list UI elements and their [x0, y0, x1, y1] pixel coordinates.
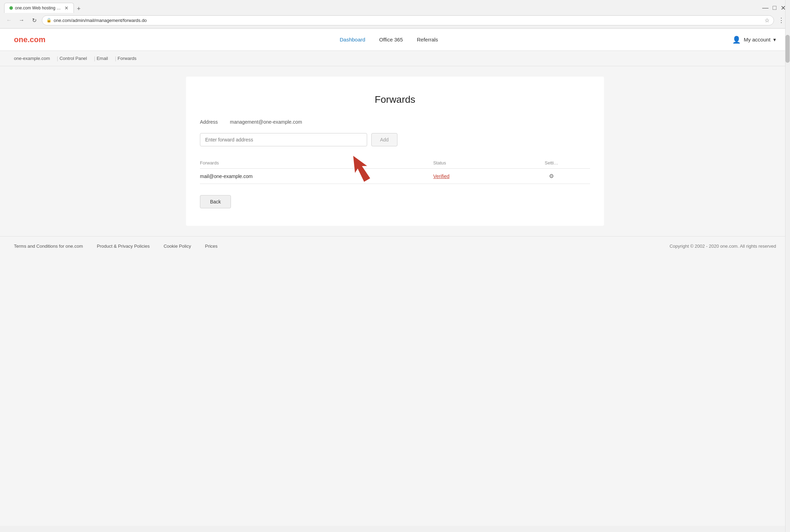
- maximize-button[interactable]: □: [773, 4, 776, 11]
- footer-prices[interactable]: Prices: [205, 244, 217, 249]
- forward-nav-button[interactable]: →: [17, 15, 26, 25]
- browser-tab-active[interactable]: one.com Web hosting - Domain ✕: [4, 3, 74, 13]
- forward-address-input[interactable]: [200, 133, 367, 146]
- address-value: management@one-example.com: [230, 119, 302, 125]
- logo-dot: .: [28, 35, 30, 44]
- col-header-forwards: Forwards: [200, 157, 433, 169]
- browser-tabs: one.com Web hosting - Domain ✕ +: [4, 3, 83, 13]
- site-nav: Dashboard Office 365 Referrals: [340, 37, 438, 43]
- breadcrumb-item-control-panel[interactable]: Control Panel: [60, 54, 93, 62]
- tab-favicon: [9, 6, 13, 10]
- new-tab-button[interactable]: +: [75, 5, 83, 13]
- table-row: mail@one-example.com Verified ⚙: [200, 169, 590, 184]
- page: one.com Dashboard Office 365 Referrals 👤…: [0, 29, 790, 526]
- forwards-table: Forwards Status Setti… mail@one-example.…: [200, 157, 590, 184]
- table-header-row: Forwards Status Setti…: [200, 157, 590, 169]
- breadcrumb: one-example.com | Control Panel | Email …: [0, 51, 790, 66]
- add-button[interactable]: Add: [371, 133, 397, 146]
- col-header-settings: Setti…: [517, 157, 590, 169]
- scrollbar[interactable]: [785, 0, 790, 526]
- browser-addressbar: ← → ↻ 🔒 one.com/admin/mail/management/fo…: [0, 13, 790, 28]
- row-forward-address: mail@one-example.com: [200, 169, 433, 184]
- minimize-button[interactable]: —: [762, 4, 768, 11]
- account-menu[interactable]: 👤 My account ▾: [732, 36, 776, 44]
- bookmark-icon[interactable]: ☆: [765, 17, 769, 24]
- browser-menu-button[interactable]: ⋮: [777, 15, 786, 25]
- breadcrumb-item-domain[interactable]: one-example.com: [14, 54, 55, 62]
- nav-dashboard[interactable]: Dashboard: [340, 37, 365, 43]
- site-footer: Terms and Conditions for one.com Product…: [0, 236, 790, 256]
- account-chevron-icon: ▾: [773, 37, 776, 43]
- back-button[interactable]: Back: [200, 195, 231, 208]
- footer-cookie[interactable]: Cookie Policy: [164, 244, 191, 249]
- breadcrumb-divider-3: |: [115, 56, 116, 61]
- site-logo: one.com: [14, 35, 46, 44]
- col-header-status: Status: [433, 157, 517, 169]
- row-status: Verified: [433, 169, 517, 184]
- back-nav-button[interactable]: ←: [4, 15, 14, 25]
- tab-title: one.com Web hosting - Domain: [15, 6, 61, 10]
- lock-icon: 🔒: [46, 18, 52, 23]
- page-title: Forwards: [200, 94, 590, 105]
- tab-close-button[interactable]: ✕: [64, 5, 69, 11]
- nav-office365[interactable]: Office 365: [379, 37, 403, 43]
- logo-text: one.com: [14, 35, 46, 44]
- account-label: My account: [744, 37, 770, 43]
- breadcrumb-divider-2: |: [94, 56, 95, 61]
- nav-referrals[interactable]: Referrals: [417, 37, 438, 43]
- url-bar[interactable]: 🔒 one.com/admin/mail/management/forwards…: [42, 15, 774, 25]
- breadcrumb-item-email[interactable]: Email: [96, 54, 114, 62]
- url-text: one.com/admin/mail/management/forwards.d…: [54, 18, 762, 23]
- browser-titlebar: one.com Web hosting - Domain ✕ + — □ ✕: [0, 0, 790, 13]
- scrollbar-thumb[interactable]: [785, 35, 790, 63]
- input-row: Add: [200, 133, 590, 146]
- window-controls: — □ ✕: [762, 4, 786, 12]
- settings-gear-icon[interactable]: ⚙: [549, 173, 554, 179]
- verified-status-link[interactable]: Verified: [433, 174, 450, 179]
- back-button-row: Back: [200, 195, 590, 208]
- footer-terms[interactable]: Terms and Conditions for one.com: [14, 244, 83, 249]
- site-header: one.com Dashboard Office 365 Referrals 👤…: [0, 29, 790, 51]
- browser-chrome: one.com Web hosting - Domain ✕ + — □ ✕ ←…: [0, 0, 790, 29]
- breadcrumb-item-forwards[interactable]: Forwards: [118, 54, 142, 62]
- footer-copyright: Copyright © 2002 - 2020 one.com. All rig…: [669, 244, 776, 249]
- main-content: Forwards Address management@one-example.…: [0, 66, 790, 236]
- footer-privacy[interactable]: Product & Privacy Policies: [97, 244, 150, 249]
- breadcrumb-divider-1: |: [57, 56, 58, 61]
- content-card: Forwards Address management@one-example.…: [186, 77, 604, 226]
- address-label: Address: [200, 119, 224, 125]
- row-settings: ⚙: [517, 169, 590, 184]
- account-icon: 👤: [732, 36, 741, 44]
- reload-button[interactable]: ↻: [29, 15, 39, 25]
- table-wrapper: Forwards Status Setti… mail@one-example.…: [200, 157, 590, 184]
- address-row: Address management@one-example.com: [200, 119, 590, 125]
